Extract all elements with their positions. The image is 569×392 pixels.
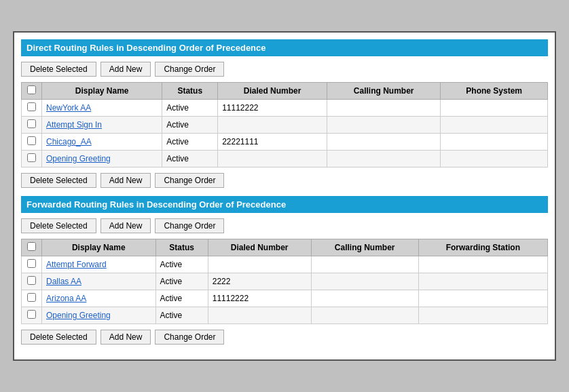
direct-col-calling-number: Calling Number — [327, 83, 440, 100]
direct-row-dialed-1 — [218, 117, 327, 134]
direct-delete-selected-button-bottom[interactable]: Delete Selected — [21, 173, 96, 188]
forwarded-row-name-link-3[interactable]: Opening Greeting — [46, 311, 111, 320]
direct-select-all-checkbox[interactable] — [27, 85, 36, 94]
table-row: Opening Greeting Active — [22, 151, 548, 168]
table-row: Attempt Sign In Active — [22, 117, 548, 134]
forwarded-checkbox-1[interactable] — [27, 276, 36, 285]
direct-checkbox-2[interactable] — [27, 136, 36, 145]
direct-row-status-0: Active — [162, 100, 218, 117]
direct-col-status: Status — [162, 83, 218, 100]
direct-row-status-2: Active — [162, 134, 218, 151]
forwarded-row-dialed-1: 2222 — [208, 273, 311, 290]
direct-row-name-1: Attempt Sign In — [42, 117, 162, 134]
forwarded-change-order-button-bottom[interactable]: Change Order — [155, 330, 224, 345]
forwarded-row-name-link-2[interactable]: Arizona AA — [46, 294, 86, 303]
forwarded-row-name-link-0[interactable]: Attempt Forward — [46, 260, 107, 269]
direct-checkbox-0[interactable] — [27, 102, 36, 111]
forwarded-row-checkbox-0[interactable] — [22, 256, 42, 273]
forwarded-delete-selected-button-bottom[interactable]: Delete Selected — [21, 330, 96, 345]
forwarded-row-name-link-1[interactable]: Dallas AA — [46, 277, 81, 286]
forwarded-delete-selected-button-top[interactable]: Delete Selected — [21, 218, 96, 233]
direct-change-order-button-top[interactable]: Change Order — [155, 62, 224, 77]
forwarded-row-name-1: Dallas AA — [42, 273, 156, 290]
direct-col-phone-system: Phone System — [441, 83, 548, 100]
forwarded-row-forwarding-3 — [418, 307, 547, 324]
direct-routing-section: Direct Routing Rules in Descending Order… — [21, 39, 548, 189]
direct-row-dialed-0: 11112222 — [218, 100, 327, 117]
direct-row-name-link-0[interactable]: NewYork AA — [46, 103, 91, 113]
forwarded-row-forwarding-1 — [418, 273, 547, 290]
forwarded-checkbox-0[interactable] — [27, 259, 36, 268]
table-row: Opening Greeting Active — [22, 307, 548, 324]
forwarded-checkbox-2[interactable] — [27, 293, 36, 302]
table-row: NewYork AA Active 11112222 — [22, 100, 548, 117]
forwarded-row-status-3: Active — [155, 307, 208, 324]
forwarded-col-status: Status — [155, 239, 208, 256]
direct-row-phone-0 — [441, 100, 548, 117]
forwarded-col-forwarding-station: Forwarding Station — [418, 239, 547, 256]
forwarded-routing-section: Forwarded Routing Rules in Descending Or… — [21, 196, 548, 346]
direct-row-calling-1 — [327, 117, 440, 134]
direct-row-checkbox-2[interactable] — [22, 134, 42, 151]
direct-row-name-2: Chicago_AA — [42, 134, 162, 151]
forwarded-row-checkbox-2[interactable] — [22, 290, 42, 307]
forwarded-add-new-button-top[interactable]: Add New — [100, 218, 151, 233]
forwarded-row-forwarding-2 — [418, 290, 547, 307]
forwarded-row-calling-3 — [311, 307, 418, 324]
direct-add-new-button-bottom[interactable]: Add New — [100, 173, 151, 188]
main-container: Direct Routing Rules in Descending Order… — [13, 31, 556, 361]
direct-row-status-1: Active — [162, 117, 218, 134]
forwarded-select-all-checkbox[interactable] — [27, 242, 36, 251]
forwarded-row-dialed-0 — [208, 256, 311, 273]
direct-bottom-toolbar: Delete Selected Add New Change Order — [21, 172, 548, 189]
forwarded-row-status-1: Active — [155, 273, 208, 290]
forwarded-row-name-0: Attempt Forward — [42, 256, 156, 273]
forwarded-row-forwarding-0 — [418, 256, 547, 273]
table-row: Chicago_AA Active 22221111 — [22, 134, 548, 151]
direct-row-checkbox-0[interactable] — [22, 100, 42, 117]
direct-row-calling-3 — [327, 151, 440, 168]
forwarded-col-calling-number: Calling Number — [311, 239, 418, 256]
forwarded-row-name-2: Arizona AA — [42, 290, 156, 307]
forwarded-row-calling-1 — [311, 273, 418, 290]
table-row: Attempt Forward Active — [22, 256, 548, 273]
forwarded-row-dialed-3 — [208, 307, 311, 324]
direct-checkbox-1[interactable] — [27, 119, 36, 128]
table-row: Dallas AA Active 2222 — [22, 273, 548, 290]
forwarded-bottom-toolbar: Delete Selected Add New Change Order — [21, 328, 548, 346]
direct-row-dialed-3 — [218, 151, 327, 168]
direct-col-display-name: Display Name — [42, 83, 162, 100]
forwarded-col-display-name: Display Name — [42, 239, 156, 256]
direct-delete-selected-button-top[interactable]: Delete Selected — [21, 62, 96, 77]
direct-row-name-link-2[interactable]: Chicago_AA — [46, 137, 92, 146]
direct-row-calling-2 — [327, 134, 440, 151]
forwarded-change-order-button-top[interactable]: Change Order — [155, 218, 224, 233]
direct-row-name-link-1[interactable]: Attempt Sign In — [46, 120, 102, 130]
forwarded-routing-table: Display Name Status Dialed Number Callin… — [21, 239, 548, 324]
direct-row-dialed-2: 22221111 — [218, 134, 327, 151]
direct-change-order-button-bottom[interactable]: Change Order — [155, 173, 224, 188]
forwarded-row-checkbox-1[interactable] — [22, 273, 42, 290]
forwarded-add-new-button-bottom[interactable]: Add New — [100, 330, 151, 345]
direct-routing-header: Direct Routing Rules in Descending Order… — [21, 39, 548, 56]
forwarded-top-toolbar: Delete Selected Add New Change Order — [21, 217, 548, 235]
direct-row-name-link-3[interactable]: Opening Greeting — [46, 154, 111, 163]
direct-row-phone-2 — [441, 134, 548, 151]
direct-row-checkbox-1[interactable] — [22, 117, 42, 134]
table-row: Arizona AA Active 11112222 — [22, 290, 548, 307]
forwarded-col-dialed-number: Dialed Number — [208, 239, 311, 256]
forwarded-row-checkbox-3[interactable] — [22, 307, 42, 324]
forwarded-row-calling-2 — [311, 290, 418, 307]
direct-row-name-3: Opening Greeting — [42, 151, 162, 168]
forwarded-checkbox-3[interactable] — [27, 310, 36, 319]
direct-row-phone-1 — [441, 117, 548, 134]
forwarded-row-status-0: Active — [155, 256, 208, 273]
direct-row-checkbox-3[interactable] — [22, 151, 42, 168]
forwarded-routing-header: Forwarded Routing Rules in Descending Or… — [21, 196, 548, 213]
forwarded-row-dialed-2: 11112222 — [208, 290, 311, 307]
direct-col-dialed-number: Dialed Number — [218, 83, 327, 100]
direct-add-new-button-top[interactable]: Add New — [100, 62, 151, 77]
forwarded-row-status-2: Active — [155, 290, 208, 307]
direct-col-checkbox — [22, 83, 42, 100]
direct-checkbox-3[interactable] — [27, 153, 36, 162]
